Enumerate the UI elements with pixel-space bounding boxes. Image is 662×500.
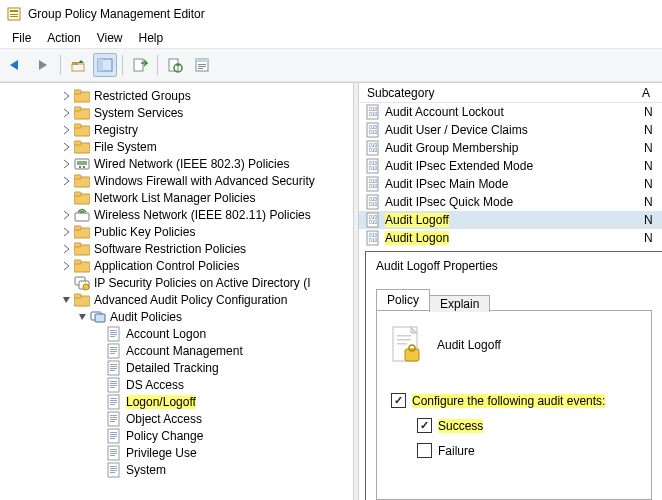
tree-item[interactable]: Logon/Logoff — [0, 393, 353, 410]
expander-icon[interactable] — [60, 174, 74, 188]
tree-item[interactable]: File System — [0, 138, 353, 155]
expander-icon[interactable] — [92, 344, 106, 358]
tree-item[interactable]: IP Security Policies on Active Directory… — [0, 274, 353, 291]
registry-icon — [365, 212, 381, 228]
svg-rect-18 — [397, 339, 411, 341]
configure-checkbox[interactable] — [391, 393, 406, 408]
expander-icon[interactable] — [60, 140, 74, 154]
registry-icon — [365, 158, 381, 174]
configure-label: Configure the following audit events: — [412, 394, 605, 408]
tree-item[interactable]: Audit Policies — [0, 308, 353, 325]
policy-list[interactable]: Audit Account LockoutNAudit User / Devic… — [359, 103, 662, 247]
folder-icon — [74, 224, 90, 240]
list-item[interactable]: Audit LogoffN — [359, 211, 662, 229]
tree-item[interactable]: Registry — [0, 121, 353, 138]
expander-icon[interactable] — [92, 446, 106, 460]
folder-icon — [74, 105, 90, 121]
expander-icon[interactable] — [60, 259, 74, 273]
column-audit[interactable]: A — [642, 86, 662, 100]
list-item[interactable]: Audit IPsec Main ModeN — [359, 175, 662, 193]
tree-item[interactable]: System Services — [0, 104, 353, 121]
forward-button[interactable] — [31, 53, 55, 77]
folder-icon — [74, 88, 90, 104]
list-item[interactable]: Audit Group MembershipN — [359, 139, 662, 157]
list-header[interactable]: Subcategory A — [359, 83, 662, 103]
expander-icon[interactable] — [60, 225, 74, 239]
tree-item[interactable]: Object Access — [0, 410, 353, 427]
folder-icon — [74, 139, 90, 155]
tree-item[interactable]: Public Key Policies — [0, 223, 353, 240]
tree-item[interactable]: Application Control Policies — [0, 257, 353, 274]
tree-item[interactable]: Detailed Tracking — [0, 359, 353, 376]
dialog-title: Audit Logoff Properties — [366, 252, 662, 280]
tree-item-label: Logon/Logoff — [126, 395, 196, 409]
right-pane: Subcategory A Audit Account LockoutNAudi… — [359, 83, 662, 500]
tree-item[interactable]: Privilege Use — [0, 444, 353, 461]
expander-icon[interactable] — [76, 310, 90, 324]
expander-icon[interactable] — [92, 361, 106, 375]
tree-item[interactable]: Policy Change — [0, 427, 353, 444]
expander-icon[interactable] — [60, 106, 74, 120]
export-button[interactable] — [128, 53, 152, 77]
tree-pane[interactable]: Restricted GroupsSystem ServicesRegistry… — [0, 83, 353, 500]
expander-icon[interactable] — [92, 378, 106, 392]
expander-icon[interactable] — [92, 395, 106, 409]
tree-item-label: Software Restriction Policies — [94, 242, 246, 256]
tab-policy[interactable]: Policy — [376, 289, 430, 310]
expander-icon[interactable] — [60, 242, 74, 256]
failure-checkbox[interactable] — [417, 443, 432, 458]
tree-item[interactable]: Wireless Network (IEEE 802.11) Policies — [0, 206, 353, 223]
tree-item[interactable]: Software Restriction Policies — [0, 240, 353, 257]
refresh-button[interactable] — [163, 53, 187, 77]
expander-icon[interactable] — [92, 412, 106, 426]
success-checkbox[interactable] — [417, 418, 432, 433]
list-item[interactable]: Audit LogonN — [359, 229, 662, 247]
expander-icon[interactable] — [92, 327, 106, 341]
tree-item[interactable]: Network List Manager Policies — [0, 189, 353, 206]
expander-icon[interactable] — [60, 157, 74, 171]
tree-item[interactable]: Restricted Groups — [0, 87, 353, 104]
properties-button[interactable] — [190, 53, 214, 77]
list-item[interactable]: Audit Account LockoutN — [359, 103, 662, 121]
tree-item[interactable]: Windows Firewall with Advanced Security — [0, 172, 353, 189]
expander-icon[interactable] — [60, 276, 74, 290]
tab-explain[interactable]: Explain — [429, 295, 490, 312]
expander-icon[interactable] — [60, 123, 74, 137]
folder-icon — [74, 122, 90, 138]
column-subcategory[interactable]: Subcategory — [359, 86, 642, 100]
tree-item[interactable]: Advanced Audit Policy Configuration — [0, 291, 353, 308]
back-button[interactable] — [4, 53, 28, 77]
success-label: Success — [438, 419, 483, 433]
menu-action[interactable]: Action — [39, 29, 88, 47]
tree-item[interactable]: Account Management — [0, 342, 353, 359]
tree-item-label: File System — [94, 140, 157, 154]
body: Restricted GroupsSystem ServicesRegistry… — [0, 82, 662, 500]
menu-file[interactable]: File — [4, 29, 39, 47]
expander-icon[interactable] — [60, 191, 74, 205]
dialog-heading: Audit Logoff — [437, 338, 501, 352]
expander-icon[interactable] — [92, 429, 106, 443]
sheet-icon — [106, 377, 122, 393]
list-item-label: Audit Group Membership — [385, 141, 644, 155]
tree-item[interactable]: DS Access — [0, 376, 353, 393]
tree-item[interactable]: Wired Network (IEEE 802.3) Policies — [0, 155, 353, 172]
menubar: File Action View Help — [0, 28, 662, 48]
tree-item[interactable]: System — [0, 461, 353, 478]
registry-icon — [365, 230, 381, 246]
expander-icon[interactable] — [60, 208, 74, 222]
expander-icon[interactable] — [60, 293, 74, 307]
menu-help[interactable]: Help — [131, 29, 172, 47]
tree-item-label: Detailed Tracking — [126, 361, 219, 375]
list-item[interactable]: Audit IPsec Quick ModeN — [359, 193, 662, 211]
expander-icon[interactable] — [60, 89, 74, 103]
window: { "title": "Group Policy Management Edit… — [0, 0, 662, 500]
list-item[interactable]: Audit User / Device ClaimsN — [359, 121, 662, 139]
sheet-icon — [106, 411, 122, 427]
up-button[interactable] — [66, 53, 90, 77]
dialog-tabs: Policy Explain — [376, 288, 652, 310]
list-item[interactable]: Audit IPsec Extended ModeN — [359, 157, 662, 175]
tree-item[interactable]: Account Logon — [0, 325, 353, 342]
expander-icon[interactable] — [92, 463, 106, 477]
show-hide-tree-button[interactable] — [93, 53, 117, 77]
menu-view[interactable]: View — [89, 29, 131, 47]
